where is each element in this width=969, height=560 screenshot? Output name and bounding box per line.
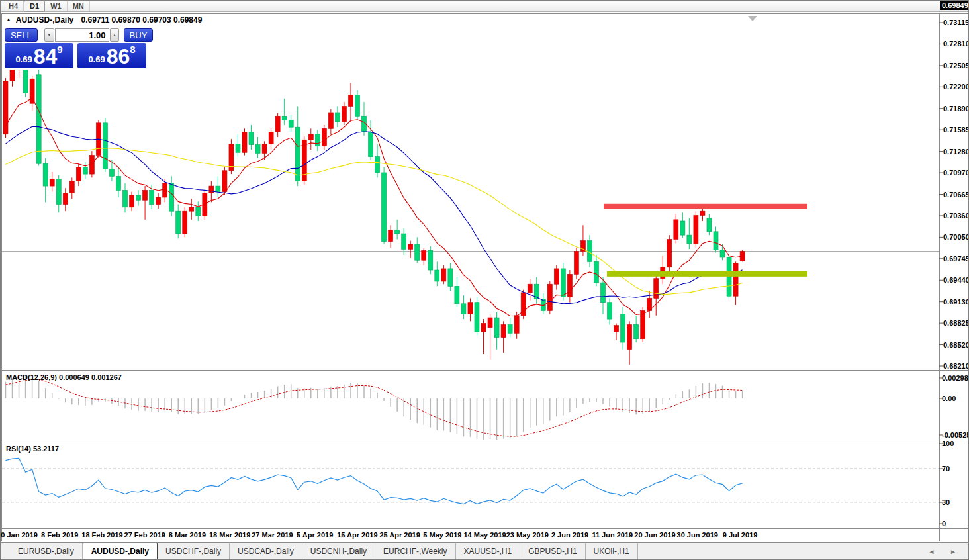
buy-price-prefix: 0.69 — [88, 54, 105, 64]
terminal-window: H4D1W1MN ▲ AUDUSD-,Daily 0.69711 0.69870… — [0, 0, 969, 560]
sell-price-big-digits: 84 — [34, 46, 58, 66]
sell-price-prefix: 0.69 — [15, 54, 32, 64]
lot-increase-button[interactable]: ▲ — [110, 28, 120, 42]
sell-button[interactable]: SELL — [5, 28, 38, 42]
ohlc-quote-text: 0.69711 0.69870 0.69703 0.69849 — [81, 15, 203, 24]
sell-price-display[interactable]: 0.69 84 9 — [5, 43, 73, 68]
buy-button[interactable]: BUY — [124, 28, 153, 42]
lot-decrease-button[interactable]: ▼ — [44, 28, 54, 42]
sell-price-pip-digit: 9 — [57, 44, 62, 55]
current-price-badge: 0.69849 — [940, 1, 969, 10]
collapse-panel-icon[interactable]: ▲ — [6, 17, 11, 23]
buy-price-pip-digit: 8 — [130, 44, 135, 55]
tab-scroll-right-icon[interactable]: ► — [950, 548, 963, 555]
trade-panel-controls: SELL ▼ ▲ BUY — [5, 28, 153, 42]
one-click-trading-panel: SELL ▼ ▲ BUY 0.69 84 9 0.69 86 8 — [5, 27, 153, 70]
macd-label: MACD(12,26,9) 0.000649 0.001267 — [6, 373, 122, 381]
chart-title: ▲ AUDUSD-,Daily 0.69711 0.69870 0.69703 … — [6, 15, 202, 24]
tab-scroll-left-icon[interactable]: ◄ — [928, 548, 941, 555]
tab-scroll-arrows: ◄ ► — [928, 548, 963, 555]
buy-price-big-digits: 86 — [107, 46, 130, 66]
rsi-label: RSI(14) 53.2117 — [6, 445, 59, 453]
buy-price-display[interactable]: 0.69 86 8 — [77, 43, 146, 68]
lot-size-input[interactable] — [55, 28, 109, 42]
chart-shift-marker-icon — [748, 16, 757, 21]
chart-canvas[interactable] — [1, 1, 969, 560]
symbol-timeframe-label: AUDUSD-,Daily — [16, 15, 73, 24]
